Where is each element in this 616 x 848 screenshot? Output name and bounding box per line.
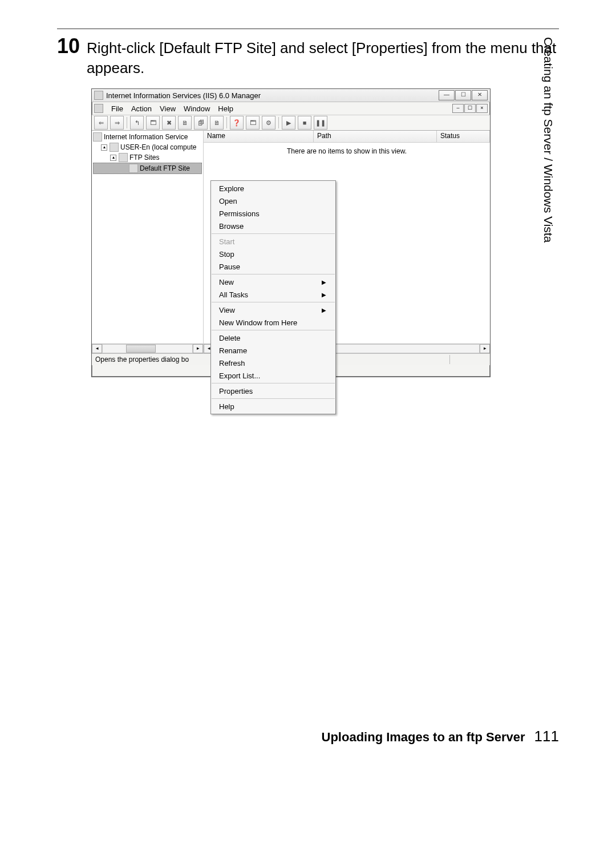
footer-title: Uploading Images to an ftp Server xyxy=(322,730,525,744)
back-button[interactable]: ⇐ xyxy=(94,116,108,130)
column-path[interactable]: Path xyxy=(314,131,437,142)
up-button[interactable]: ↰ xyxy=(130,116,144,130)
context-menu-separator xyxy=(212,233,335,234)
refresh-button[interactable]: 🗐 xyxy=(194,116,208,130)
menu-view[interactable]: View xyxy=(160,104,176,113)
mdi-restore-button[interactable]: ☐ xyxy=(464,104,476,113)
context-menu-item-export-list[interactable]: Export List... xyxy=(211,369,335,382)
menu-file[interactable]: File xyxy=(111,104,123,113)
export-button[interactable]: 🗎 xyxy=(210,116,224,130)
tree-node-label: Internet Information Service xyxy=(104,133,188,141)
scroll-right-arrow[interactable]: ▸ xyxy=(480,344,490,353)
context-menu-item-delete[interactable]: Delete xyxy=(211,332,335,344)
context-menu-item-properties[interactable]: Properties xyxy=(211,385,335,397)
menu-help[interactable]: Help xyxy=(218,104,233,113)
toolbar-separator xyxy=(278,116,279,129)
minimize-button[interactable]: — xyxy=(439,90,455,100)
context-menu-item-new-window-from-here[interactable]: New Window from Here xyxy=(211,316,335,329)
screenshot-container: Internet Information Services (IIS) 6.0 … xyxy=(91,88,491,448)
page-top-rule xyxy=(57,29,559,29)
globe-icon xyxy=(129,164,138,173)
context-menu-item-label: Help xyxy=(219,402,234,411)
context-menu-item-rename[interactable]: Rename xyxy=(211,344,335,357)
menu-action[interactable]: Action xyxy=(131,104,152,113)
scroll-right-arrow[interactable]: ▸ xyxy=(193,344,203,353)
context-menu-item-label: Permissions xyxy=(219,209,260,218)
context-menu-item-label: View xyxy=(219,306,235,314)
scroll-thumb[interactable] xyxy=(126,345,156,353)
context-menu-item-label: Pause xyxy=(219,263,240,271)
context-menu-item-start: Start xyxy=(211,235,335,248)
show-hide-button[interactable]: 🗔 xyxy=(146,116,160,130)
context-menu-item-label: New xyxy=(219,278,234,286)
close-button[interactable]: ✕ xyxy=(472,90,488,100)
context-menu-separator xyxy=(212,302,335,302)
context-menu-item-open[interactable]: Open xyxy=(211,195,335,207)
collapse-icon[interactable]: ▴ xyxy=(101,144,107,151)
context-menu-item-help[interactable]: Help xyxy=(211,400,335,413)
help-button[interactable]: ❓ xyxy=(230,116,244,130)
computer-icon xyxy=(110,143,119,152)
delete-button[interactable]: ✖ xyxy=(162,116,176,130)
context-menu-item-label: Refresh xyxy=(219,359,245,368)
tree-node-iis[interactable]: Internet Information Service xyxy=(93,132,202,142)
submenu-arrow-icon: ▶ xyxy=(322,292,326,298)
window-controls: — ☐ ✕ xyxy=(439,90,488,100)
tree-node-computer[interactable]: ▴ USER-En (local compute xyxy=(93,142,202,152)
toolbar-separator xyxy=(226,116,228,129)
pause-button[interactable]: ❚❚ xyxy=(314,116,327,130)
context-menu-item-explore[interactable]: Explore xyxy=(211,182,335,195)
context-menu-item-browse[interactable]: Browse xyxy=(211,220,335,232)
column-status[interactable]: Status xyxy=(437,131,490,142)
scroll-left-arrow[interactable]: ◂ xyxy=(92,344,102,353)
forward-button[interactable]: ⇒ xyxy=(110,116,124,130)
collapse-icon[interactable]: ▴ xyxy=(110,155,116,161)
mdi-close-button[interactable]: × xyxy=(476,104,488,113)
connect-button[interactable]: ⚙ xyxy=(262,116,275,130)
context-menu-item-label: New Window from Here xyxy=(219,318,297,327)
tree-panel[interactable]: Internet Information Service ▴ USER-En (… xyxy=(92,131,204,353)
start-button[interactable]: ▶ xyxy=(282,116,295,130)
column-name[interactable]: Name xyxy=(204,131,314,142)
menu-bar: File Action View Window Help – ☐ × xyxy=(92,102,490,115)
context-menu-separator xyxy=(212,274,335,274)
tree-node-ftp-sites[interactable]: ▴ FTP Sites xyxy=(93,152,202,163)
context-menu-item-pause[interactable]: Pause xyxy=(211,260,335,273)
context-menu-item-label: Properties xyxy=(219,387,253,395)
context-menu-item-label: Open xyxy=(219,197,237,205)
tree-scrollbar[interactable]: ◂ ▸ xyxy=(92,344,203,353)
empty-list-message: There are no items to show in this view. xyxy=(204,143,490,155)
step-text: Right-click [Default FTP Site] and selec… xyxy=(87,38,559,78)
context-menu-item-view[interactable]: View▶ xyxy=(211,304,335,316)
window-button[interactable]: 🗔 xyxy=(246,116,260,130)
maximize-button[interactable]: ☐ xyxy=(455,90,471,100)
footer-page-number: 111 xyxy=(534,728,559,745)
context-menu-item-refresh[interactable]: Refresh xyxy=(211,357,335,369)
context-menu-item-label: Explore xyxy=(219,184,244,193)
context-menu-item-label: Browse xyxy=(219,222,244,231)
mdi-minimize-button[interactable]: – xyxy=(452,104,464,113)
menu-window[interactable]: Window xyxy=(184,104,210,113)
page-footer: Uploading Images to an ftp Server 111 xyxy=(322,728,559,745)
context-menu[interactable]: ExploreOpenPermissionsBrowseStartStopPau… xyxy=(210,180,336,414)
context-menu-separator xyxy=(212,398,335,399)
context-menu-item-label: Delete xyxy=(219,334,241,342)
context-menu-item-permissions[interactable]: Permissions xyxy=(211,207,335,220)
context-menu-item-stop[interactable]: Stop xyxy=(211,248,335,260)
mdi-icon xyxy=(94,104,103,113)
title-bar[interactable]: Internet Information Services (IIS) 6.0 … xyxy=(92,89,490,102)
context-menu-item-new[interactable]: New▶ xyxy=(211,276,335,288)
context-menu-item-label: Stop xyxy=(219,250,234,259)
submenu-arrow-icon: ▶ xyxy=(322,307,326,313)
stop-button[interactable]: ■ xyxy=(298,116,311,130)
toolbar-separator xyxy=(126,116,128,129)
properties-button[interactable]: 🗎 xyxy=(178,116,192,130)
tree-node-default-ftp-site[interactable]: Default FTP Site xyxy=(93,163,202,174)
step-row: 10 Right-click [Default FTP Site] and se… xyxy=(57,36,559,88)
context-menu-item-label: Start xyxy=(219,237,234,246)
context-menu-item-label: All Tasks xyxy=(219,290,248,299)
tree-node-label: FTP Sites xyxy=(129,154,159,161)
context-menu-item-all-tasks[interactable]: All Tasks▶ xyxy=(211,288,335,301)
folder-icon xyxy=(119,153,128,162)
context-menu-separator xyxy=(212,330,335,330)
